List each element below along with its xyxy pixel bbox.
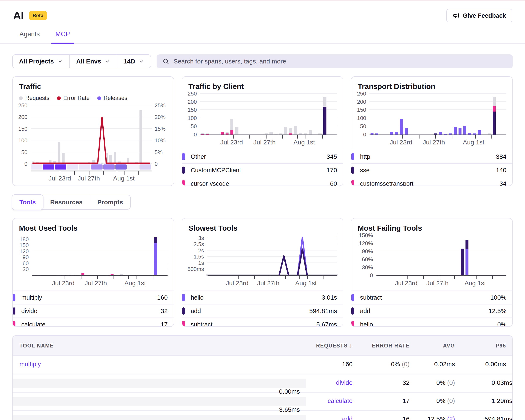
legend-item[interactable]: Requests [19,95,49,101]
legend-row[interactable]: sse140 [351,163,512,177]
p95-cell: 0.00ms [13,388,306,395]
project-filter-label: All Projects [19,58,54,65]
requests-cell: 17 [353,397,410,406]
legend-row[interactable]: hello0% [351,318,512,327]
most-failing-tools-chart: 030%60%90%120%150%Jul 23rdJul 27thAug 1s… [353,234,508,288]
slowest-tools-card: Slowest Tools 500ms1s1.5s2s2.5s3sJul 23r… [182,218,344,327]
column-header-error-rate[interactable]: ERROR RATE [353,343,410,349]
tab-agents[interactable]: Agents [19,30,40,43]
filter-row: All Projects All Envs 14D [12,55,513,68]
legend-row[interactable]: divide32 [13,304,174,318]
card-title: Traffic by Client [182,82,343,91]
series-color-chip [182,294,185,301]
legend-row[interactable]: calculate17 [13,318,174,327]
series-name: add [360,308,370,315]
series-name: divide [21,308,37,315]
series-color-chip [13,294,15,301]
series-value: 594.81ms [309,307,343,315]
series-name: customssetransport [360,180,413,186]
avg-cell: 0.02ms [410,361,455,374]
series-color-chip [351,307,354,315]
failing-legend-list: subtract100%add12.5%hello0% [351,291,512,327]
error-rate-cell: 12.5% (2) [410,415,455,420]
series-name: Other [191,153,206,160]
table-header: TOOL NAMEREQUESTS↓ERROR RATEAVGP95 [13,336,512,356]
entity-subtabs: ToolsResourcesPrompts [12,195,131,210]
primary-tabs: AgentsMCP [0,30,525,44]
p95-cell: 3.65ms [13,406,306,413]
client-legend-list: Other345CustomMCPClient170cursor-vscode6… [182,150,343,186]
transport-distribution-chart: 050100150200250Jul 23rdJul 27thAug 1st [353,92,508,148]
legend-row[interactable]: Other345 [182,150,343,163]
series-value: 5.67ms [316,321,343,327]
tool-link[interactable]: multiply [19,361,41,367]
series-value: 0% [497,321,512,327]
slowest-legend-list: hello3.01sadd594.81mssubtract5.67ms [182,291,343,327]
sort-descending-icon: ↓ [349,342,353,349]
series-name: http [360,153,370,160]
filter-bar: All Projects All Envs 14D [12,55,151,68]
project-filter[interactable]: All Projects [13,55,69,68]
tool-link[interactable]: divide [336,379,353,386]
series-name: cursor-vscode [191,180,229,186]
series-color-chip [182,167,185,174]
series-name: sse [360,167,369,174]
error-rate-cell: 0% (0) [410,397,455,406]
chevron-down-icon [104,58,110,64]
legend-row[interactable]: http384 [351,150,512,163]
column-header-requests[interactable]: REQUESTS↓ [306,342,353,349]
series-color-chip [351,167,354,174]
subtab-prompts[interactable]: Prompts [90,195,130,209]
legend-row[interactable]: subtract100% [351,291,512,304]
legend-row[interactable]: add594.81ms [182,304,343,318]
legend-row[interactable]: add12.5% [351,304,512,318]
card-title: Slowest Tools [182,224,343,232]
series-value: 170 [327,167,343,174]
search-input[interactable] [173,58,507,65]
table-row[interactable]: multiply1600% (0)0.02ms0.00ms [13,356,512,374]
legend-row[interactable]: cursor-vscode60 [182,177,343,186]
column-header-avg[interactable]: AVG [410,343,455,349]
table-row[interactable]: divide320% (0)0.03ms0.00ms [13,374,512,392]
tool-link[interactable]: calculate [328,397,353,404]
tab-mcp[interactable]: MCP [56,30,70,43]
tool-link[interactable]: add [342,415,353,420]
row-strip [13,397,306,406]
subtab-tools[interactable]: Tools [12,195,43,210]
most-used-tools-card: Most Used Tools 306090120150180Jul 23rdJ… [12,218,174,327]
legend-row[interactable]: multiply160 [13,291,174,304]
env-filter[interactable]: All Envs [69,55,117,68]
series-value: 32 [160,307,173,315]
card-title: Most Used Tools [13,224,174,232]
legend-row[interactable]: customssetransport34 [351,177,512,186]
legend-item[interactable]: Releases [97,95,127,101]
avg-cell: 0.03ms [455,379,512,388]
chevron-down-icon [138,58,144,64]
subtab-resources[interactable]: Resources [43,195,90,209]
series-color-chip [182,153,185,160]
series-value: 100% [490,294,512,301]
date-range-filter[interactable]: 14D [117,55,151,68]
series-value: 384 [496,153,512,160]
avg-cell: 594.81ms [455,415,512,420]
give-feedback-button[interactable]: Give Feedback [446,9,512,22]
series-color-chip [13,321,15,327]
search-bar[interactable] [157,55,513,68]
series-value: 60 [330,180,343,186]
legend-row[interactable]: hello3.01s [182,291,343,304]
row-strip [13,415,306,420]
series-name: calculate [21,321,45,327]
card-title: Transport Distribution [351,82,512,91]
card-title: Most Failing Tools [351,224,512,232]
column-header-p95[interactable]: P95 [455,343,512,349]
column-header-tool-name[interactable]: TOOL NAME [13,343,306,349]
series-name: CustomMCPClient [191,167,241,174]
series-color-chip [351,153,354,160]
series-value: 140 [496,167,512,174]
traffic-chart: 05010015020025005%10%15%20%25%Jul 23rdJu… [14,103,169,184]
series-value: 160 [157,294,174,301]
legend-item[interactable]: Error Rate [57,95,90,101]
series-color-chip [351,294,354,301]
legend-row[interactable]: CustomMCPClient170 [182,163,343,177]
legend-row[interactable]: subtract5.67ms [182,318,343,327]
